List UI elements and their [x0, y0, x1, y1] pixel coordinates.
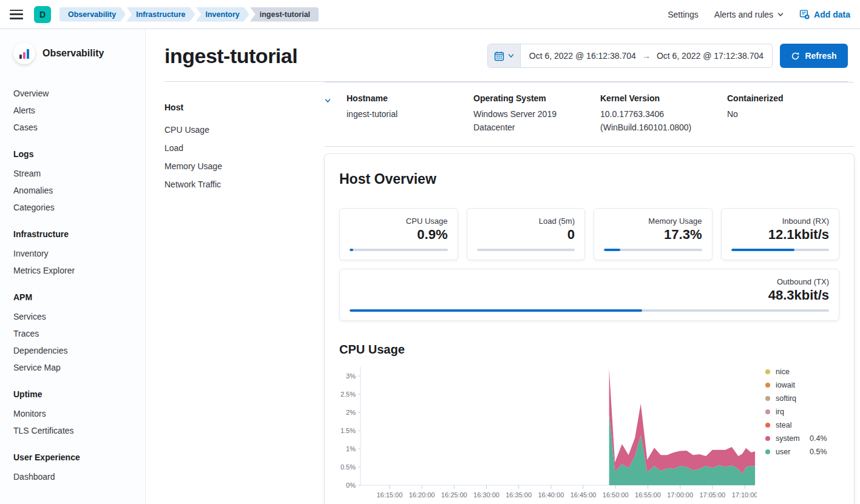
legend-dot-icon: [765, 436, 770, 441]
alerts-and-rules-menu[interactable]: Alerts and rules: [714, 10, 784, 19]
host-overview-panel: Host Overview CPU Usage0.9%Load (5m)0Mem…: [325, 154, 854, 504]
metric-label: Memory Usage: [604, 217, 702, 226]
metric-card-inbound-rx-: Inbound (RX)12.1kbit/s: [721, 208, 840, 260]
host-metadata: Hostnameingest-tutorialOperating SystemW…: [325, 82, 854, 147]
sidebar-item-metrics-explorer[interactable]: Metrics Explorer: [13, 262, 145, 279]
legend-label: steal: [776, 421, 810, 429]
legend-label: system: [776, 434, 810, 443]
breadcrumb-item[interactable]: Inventory: [195, 7, 249, 22]
quick-select-menu[interactable]: [488, 44, 521, 67]
sidebar-item-stream[interactable]: Stream: [13, 165, 145, 182]
legend-dot-icon: [765, 369, 770, 374]
chart-legend: niceiowaitsoftirqirqstealsystem0.4%user0…: [765, 363, 827, 504]
sidebar-item-alerts[interactable]: Alerts: [13, 102, 145, 119]
metric-card-memory-usage: Memory Usage17.3%: [594, 208, 713, 260]
legend-item-steal[interactable]: steal: [765, 418, 827, 432]
svg-text:17:00:00: 17:00:00: [667, 491, 693, 499]
metadata-field: ContainerizedNo: [727, 93, 854, 134]
subnav-item-network-traffic[interactable]: Network Traffic: [164, 175, 325, 193]
sidebar-item-inventory[interactable]: Inventory: [13, 245, 145, 262]
metric-value: 0: [477, 227, 575, 243]
svg-text:16:45:00: 16:45:00: [571, 491, 597, 499]
sidebar-item-tls-certificates[interactable]: TLS Certificates: [13, 422, 145, 439]
breadcrumb-item[interactable]: Observability: [59, 7, 126, 22]
svg-text:0%: 0%: [346, 482, 356, 489]
subnav-item-cpu-usage[interactable]: CPU Usage: [164, 121, 325, 139]
metadata-field: Operating SystemWindows Server 2019 Data…: [473, 93, 600, 134]
sidebar-section-heading: User Experience: [13, 452, 145, 462]
metadata-value: ingest-tutorial: [347, 108, 462, 121]
add-data-button[interactable]: Add data: [799, 9, 850, 19]
svg-text:16:55:00: 16:55:00: [635, 491, 661, 499]
metric-value: 17.3%: [604, 227, 702, 243]
metadata-value: 10.0.17763.3406 (WinBuild.160101.0800): [600, 108, 716, 134]
legend-label: user: [776, 448, 810, 456]
sidebar-section: LogsStreamAnomaliesCategories: [13, 149, 145, 216]
page-title: ingest-tutorial: [164, 44, 297, 68]
host-subnav: Host CPU UsageLoadMemory UsageNetwork Tr…: [164, 82, 325, 504]
sidebar-item-monitors[interactable]: Monitors: [13, 405, 145, 422]
breadcrumb-item[interactable]: Infrastructure: [126, 7, 195, 22]
subnav-item-memory-usage[interactable]: Memory Usage: [164, 157, 325, 175]
sidebar-section-heading: Logs: [13, 149, 145, 159]
legend-item-user[interactable]: user0.5%: [765, 445, 827, 459]
metadata-collapse-toggle[interactable]: [325, 93, 347, 134]
metadata-label: Operating System: [473, 93, 589, 103]
sidebar-section-heading: Infrastructure: [13, 229, 145, 239]
sidebar-item-traces[interactable]: Traces: [13, 325, 145, 342]
refresh-icon: [791, 52, 800, 61]
sidebar-item-cases[interactable]: Cases: [13, 119, 145, 136]
legend-item-iowait[interactable]: iowait: [765, 378, 827, 392]
metric-progress-bar: [350, 309, 829, 312]
observability-logo-icon: [13, 42, 35, 64]
sidebar-item-overview[interactable]: Overview: [13, 85, 145, 102]
metric-label: Outbound (TX): [350, 277, 829, 286]
sidebar-item-categories[interactable]: Categories: [13, 199, 145, 216]
refresh-button[interactable]: Refresh: [780, 44, 848, 68]
refresh-label: Refresh: [805, 51, 836, 61]
legend-label: nice: [776, 368, 810, 376]
metric-value: 12.1kbit/s: [731, 227, 830, 243]
start-date[interactable]: Oct 6, 2022 @ 16:12:38.704: [529, 51, 636, 61]
metric-progress-bar: [604, 249, 702, 251]
sidebar-section: User ExperienceDashboard: [13, 452, 145, 485]
metadata-field: Kernel Version10.0.17763.3406 (WinBuild.…: [600, 93, 727, 134]
date-range-picker: Oct 6, 2022 @ 16:12:38.704 → Oct 6, 2022…: [487, 44, 773, 68]
legend-item-irq[interactable]: irq: [765, 405, 827, 418]
legend-item-system[interactable]: system0.4%: [765, 432, 827, 445]
legend-item-softirq[interactable]: softirq: [765, 392, 827, 405]
metadata-value: No: [727, 108, 843, 121]
cpu-usage-chart[interactable]: 0%0.5%1%1.5%2%2.5%3%16:15:0016:20:0016:2…: [339, 363, 757, 504]
breadcrumb: ObservabilityInfrastructureInventoryinge…: [59, 7, 319, 22]
sidebar: Observability OverviewAlertsCasesLogsStr…: [0, 29, 146, 504]
sidebar-section: InfrastructureInventoryMetrics Explorer: [13, 229, 145, 279]
legend-dot-icon: [765, 409, 770, 414]
svg-text:17:10:00: 17:10:00: [732, 491, 757, 499]
menu-icon[interactable]: [10, 10, 23, 19]
series-area-system: [609, 369, 755, 474]
metric-card-cpu-usage: CPU Usage0.9%: [339, 208, 458, 260]
settings-link[interactable]: Settings: [668, 10, 699, 19]
legend-value: 0.4%: [810, 434, 827, 443]
subnav-item-load[interactable]: Load: [164, 139, 325, 157]
top-navigation-bar: D ObservabilityInfrastructureInventoryin…: [0, 0, 860, 29]
sidebar-item-dependencies[interactable]: Dependencies: [13, 342, 145, 359]
sidebar-item-service-map[interactable]: Service Map: [13, 359, 145, 376]
cpu-usage-section-title: CPU Usage: [339, 343, 839, 357]
sidebar-section: OverviewAlertsCases: [13, 85, 145, 136]
svg-text:1%: 1%: [346, 445, 356, 452]
space-avatar[interactable]: D: [34, 6, 51, 23]
legend-item-nice[interactable]: nice: [765, 365, 827, 378]
metadata-label: Kernel Version: [600, 93, 716, 103]
metric-card-load-5m-: Load (5m)0: [467, 208, 586, 260]
end-date[interactable]: Oct 6, 2022 @ 17:12:38.704: [657, 51, 764, 61]
svg-text:16:35:00: 16:35:00: [506, 491, 532, 499]
host-overview-title: Host Overview: [339, 171, 839, 187]
legend-dot-icon: [765, 423, 770, 428]
chevron-down-icon: [508, 53, 514, 59]
svg-text:16:20:00: 16:20:00: [409, 491, 435, 499]
legend-dot-icon: [765, 396, 770, 401]
sidebar-item-services[interactable]: Services: [13, 308, 145, 325]
sidebar-item-dashboard[interactable]: Dashboard: [13, 468, 145, 485]
sidebar-item-anomalies[interactable]: Anomalies: [13, 182, 145, 199]
